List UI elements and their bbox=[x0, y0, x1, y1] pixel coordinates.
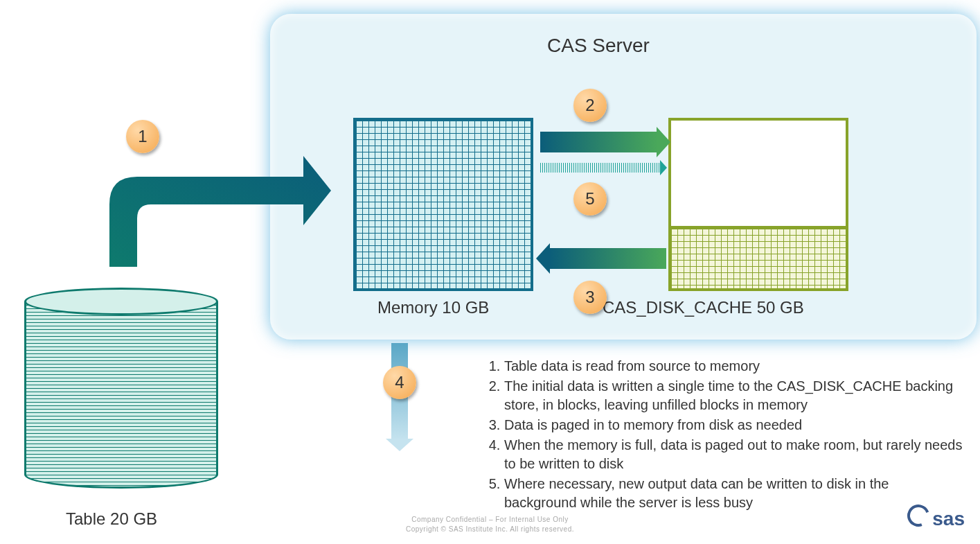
badge-3: 3 bbox=[573, 281, 607, 314]
footer-line2: Copyright © SAS Institute Inc. All right… bbox=[0, 525, 980, 534]
cache-fill bbox=[671, 226, 846, 288]
badge-1: 1 bbox=[126, 120, 159, 153]
step-5: Where necessary, new output data can be … bbox=[504, 475, 963, 512]
footer: Company Confidential – For Internal Use … bbox=[0, 515, 980, 534]
badge-5: 5 bbox=[573, 182, 607, 216]
badge-2: 2 bbox=[573, 89, 607, 122]
step-2: The initial data is written a single tim… bbox=[504, 377, 963, 414]
cache-label: CAS_DISK_CACHE 50 GB bbox=[603, 298, 804, 317]
arrow-3-icon bbox=[549, 248, 666, 269]
table-cylinder-icon bbox=[24, 288, 218, 502]
sas-logo: sas bbox=[907, 504, 965, 530]
cas-server-title: CAS Server bbox=[547, 35, 650, 57]
step-4: When the memory is full, data is paged o… bbox=[504, 436, 963, 473]
step-3: Data is paged in to memory from disk as … bbox=[504, 416, 963, 435]
arrow-5-icon bbox=[540, 163, 661, 173]
steps-list: Table data is read from source to memory… bbox=[478, 357, 963, 514]
memory-box bbox=[353, 118, 533, 291]
footer-line1: Company Confidential – For Internal Use … bbox=[0, 515, 980, 525]
memory-label: Memory 10 GB bbox=[377, 298, 489, 317]
cache-box bbox=[668, 118, 848, 291]
arrow-1-icon bbox=[96, 128, 331, 267]
step-1: Table data is read from source to memory bbox=[504, 357, 963, 376]
badge-4: 4 bbox=[383, 366, 416, 399]
arrow-2-icon bbox=[540, 132, 658, 152]
